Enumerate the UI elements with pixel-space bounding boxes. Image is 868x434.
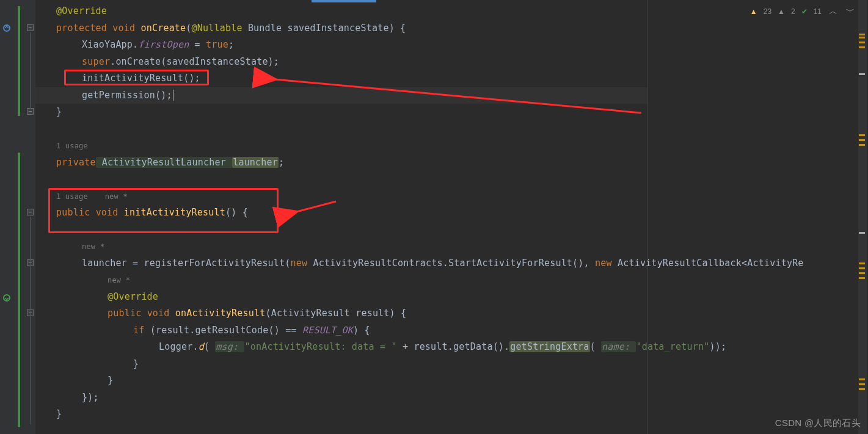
paren: ( [590,341,601,352]
kw-public: public [108,308,141,319]
kw-protected: protected [56,23,107,34]
stripe-warning-mark[interactable] [859,37,865,38]
warning-weak-count: 2 [791,7,795,16]
stripe-warning-mark[interactable] [859,272,865,274]
stripe-warning-mark[interactable] [859,383,865,385]
error-stripe[interactable] [858,0,867,434]
paren: ( [186,23,191,34]
fold-bar [30,32,31,109]
code-text: (ActivityResult result) { [266,308,407,319]
stripe-warning-mark[interactable] [859,42,865,43]
code-text: launcher = registerForActivityResult( [82,258,291,269]
string-literal: "data_return" [636,341,709,352]
code-text: ) { [353,325,370,336]
semi: ; [228,39,234,50]
kw-if: if [133,325,144,336]
prev-highlight-button[interactable]: ︿ [828,6,839,17]
stripe-warning-mark[interactable] [859,139,865,141]
call-getPermission: getPermission(); [35,90,172,101]
stripe-warning-mark[interactable] [859,34,865,35]
kw-void: void [112,23,135,34]
kw-void: void [147,308,170,319]
brace: } [35,375,113,386]
param-hint: name: [601,341,636,352]
fold-toggle-icon[interactable]: − [27,209,34,215]
editor-right-edge [647,0,648,434]
method-ref: getStringExtra [509,341,589,352]
stripe-warning-mark[interactable] [859,144,865,146]
code-text: (result.getResultCode() == [144,325,302,336]
code-text: Logger. [159,341,199,352]
stripe-warning-mark[interactable] [859,262,865,264]
vcs-hint[interactable]: new * [35,276,130,284]
field-ref: firstOpen [138,39,189,50]
kw-new: new [595,258,612,269]
code-text: ActivityResultCallback<ActivityRe [612,258,804,269]
vcs-hint[interactable]: new * [35,242,104,251]
override-gutter-icon[interactable] [2,293,10,302]
next-highlight-button[interactable]: ﹀ [845,6,856,17]
field-launcher: launcher [232,157,279,168]
warning-weak-icon: ▲ [778,7,785,16]
static-method: d [199,341,204,352]
fold-toggle-icon[interactable]: − [27,24,34,31]
usages-hint[interactable]: 1 usage [35,142,88,150]
stripe-warning-mark[interactable] [859,46,865,48]
stripe-warning-mark[interactable] [859,267,865,269]
fold-toggle-icon[interactable]: − [27,108,34,115]
code-text: + result.getData(). [397,341,510,352]
const-ref: RESULT_OK [302,325,353,336]
brace: } [35,358,139,369]
ok-check-icon: ✔ [801,7,808,16]
kw-true: true [206,39,228,50]
fold-bar [30,217,31,424]
kw-super: super [82,56,110,67]
watermark-text: CSDN @人民的石头 [775,418,861,429]
active-tab-indicator [312,0,376,2]
warning-strong-icon: ▲ [750,7,757,16]
stripe-info-mark[interactable] [859,73,865,75]
editor-root: − − − − − @Override protected void onCre… [0,0,868,434]
stripe-info-mark[interactable] [859,232,865,234]
override-gutter-icon[interactable] [2,23,10,32]
brace: }); [35,392,99,403]
param-hint: msg: [215,341,244,352]
text-caret [173,90,173,101]
annotation-highlight-box [64,70,209,85]
vcs-change-mark [18,153,20,427]
vcs-change-mark [18,6,20,116]
annotation: @Nullable [192,23,243,34]
semi: ; [279,157,284,168]
code-text: = [189,39,206,50]
annotation-highlight-box [48,188,279,233]
ok-count: 11 [814,7,822,16]
gutter-icons [0,0,17,434]
code-text: )); [709,341,726,352]
inspection-summary[interactable]: ▲ 23 ▲ 2 ✔ 11 ︿ ﹀ [750,6,856,17]
code-text: ActivityResultContracts.StartActivityFor… [307,258,595,269]
type-ref: ActivityResultLauncher [96,157,233,168]
class-ref: XiaoYaApp. [82,39,138,50]
method-name: onCreate [140,23,186,34]
code-text: Bundle savedInstanceState) { [243,23,406,34]
warning-strong-count: 23 [764,7,771,16]
annotation: @Override [35,5,107,16]
brace: } [35,408,62,419]
kw-private: private [56,157,96,168]
brace: } [35,106,62,117]
method-name: onActivityResult [175,308,266,319]
annotation: @Override [35,291,158,302]
code-text: .onCreate(savedInstanceState); [110,56,279,67]
stripe-warning-mark[interactable] [859,388,865,390]
stripe-warning-mark[interactable] [859,134,865,136]
paren: ( [204,341,215,352]
stripe-warning-mark[interactable] [859,277,865,279]
kw-new: new [291,258,308,269]
string-literal: "onActivityResult: data = " [244,341,396,352]
stripe-warning-mark[interactable] [859,378,865,380]
